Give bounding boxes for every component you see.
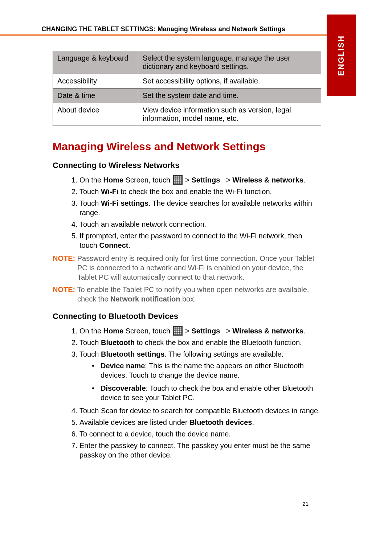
note-text: Password entry is required only for firs… (75, 254, 314, 281)
svg-rect-21 (180, 327, 181, 328)
note-label: NOTE: (53, 286, 75, 294)
svg-rect-9 (174, 180, 175, 181)
apps-grid-icon (173, 175, 183, 185)
svg-rect-12 (180, 180, 181, 181)
svg-rect-6 (176, 178, 177, 180)
setting-desc: Select the system language, manage the u… (138, 51, 321, 74)
svg-rect-29 (180, 331, 181, 332)
list-item: Touch Wi-Fi settings. The device searche… (79, 198, 321, 217)
list-item: Touch Bluetooth settings. The following … (79, 349, 321, 402)
section-heading: Managing Wireless and Network Settings (53, 140, 321, 153)
wifi-heading: Connecting to Wireless Networks (53, 161, 321, 170)
svg-rect-25 (180, 329, 181, 331)
svg-rect-7 (178, 178, 179, 180)
setting-name: Date & time (53, 89, 138, 103)
bt-heading: Connecting to Bluetooth Devices (53, 312, 321, 321)
svg-rect-26 (174, 331, 175, 332)
setting-name: About device (53, 103, 138, 126)
language-tab: ENGLISH (327, 15, 356, 96)
note: NOTE: Password entry is required only fo… (53, 254, 321, 282)
svg-rect-18 (174, 327, 175, 328)
list-item: Device name: This is the name the appear… (90, 361, 321, 380)
svg-rect-10 (176, 180, 177, 181)
bt-steps: On the Home Screen, touch > Settings > W… (67, 326, 321, 460)
list-item: If prompted, enter the password to conne… (79, 231, 321, 250)
svg-rect-30 (174, 333, 175, 335)
list-item: Touch Bluetooth to check the box and ena… (79, 338, 321, 347)
svg-rect-32 (178, 333, 179, 335)
header-divider (0, 34, 327, 36)
svg-rect-5 (174, 178, 175, 180)
svg-rect-4 (180, 176, 181, 177)
svg-rect-33 (180, 333, 181, 335)
list-item: On the Home Screen, touch > Settings > W… (79, 175, 321, 185)
svg-rect-13 (174, 182, 175, 184)
list-item: On the Home Screen, touch > Settings > W… (79, 326, 321, 336)
svg-rect-11 (178, 180, 179, 181)
bt-sublist: Device name: This is the name the appear… (90, 361, 321, 402)
apps-grid-icon (173, 326, 183, 336)
setting-desc: Set the system date and time. (138, 89, 321, 103)
table-row: Language & keyboard Select the system la… (53, 51, 321, 74)
language-tab-label: ENGLISH (336, 35, 346, 76)
svg-rect-23 (176, 329, 177, 331)
wifi-steps: On the Home Screen, touch > Settings > W… (67, 175, 321, 250)
table-row: About device View device information suc… (53, 103, 321, 126)
svg-rect-19 (176, 327, 177, 328)
page-header: CHANGING THE TABLET SETTINGS: Managing W… (0, 25, 327, 33)
note-label: NOTE: (53, 254, 75, 262)
svg-rect-20 (178, 327, 179, 328)
svg-rect-16 (180, 182, 181, 184)
svg-rect-15 (178, 182, 179, 184)
svg-rect-14 (176, 182, 177, 184)
note: NOTE: To enable the Tablet PC to notify … (53, 285, 321, 304)
list-item: Enter the passkey to connect. The passke… (79, 441, 321, 460)
setting-desc: Set accessibility options, if available. (138, 74, 321, 89)
svg-rect-8 (180, 178, 181, 180)
list-item: Discoverable: Touch to check the box and… (90, 383, 321, 402)
settings-table: Language & keyboard Select the system la… (53, 51, 321, 126)
svg-rect-24 (178, 329, 179, 331)
svg-rect-2 (176, 176, 177, 177)
table-row: Accessibility Set accessibility options,… (53, 74, 321, 89)
setting-desc: View device information such as version,… (138, 103, 321, 126)
list-item: Available devices are listed under Bluet… (79, 418, 321, 427)
svg-rect-3 (178, 176, 179, 177)
svg-rect-27 (176, 331, 177, 332)
setting-name: Accessibility (53, 74, 138, 89)
list-item: Touch an available network connection. (79, 219, 321, 229)
note-text: To enable the Tablet PC to notify you wh… (75, 286, 309, 303)
table-row: Date & time Set the system date and time… (53, 89, 321, 103)
list-item: Touch Wi-Fi to check the box and enable … (79, 187, 321, 196)
svg-rect-22 (174, 329, 175, 331)
svg-rect-1 (174, 176, 175, 177)
svg-rect-31 (176, 333, 177, 335)
setting-name: Language & keyboard (53, 51, 138, 74)
list-item: To connect to a device, touch the device… (79, 429, 321, 439)
page-number: 21 (302, 501, 309, 507)
svg-rect-28 (178, 331, 179, 332)
list-item: Touch Scan for device to search for comp… (79, 406, 321, 415)
